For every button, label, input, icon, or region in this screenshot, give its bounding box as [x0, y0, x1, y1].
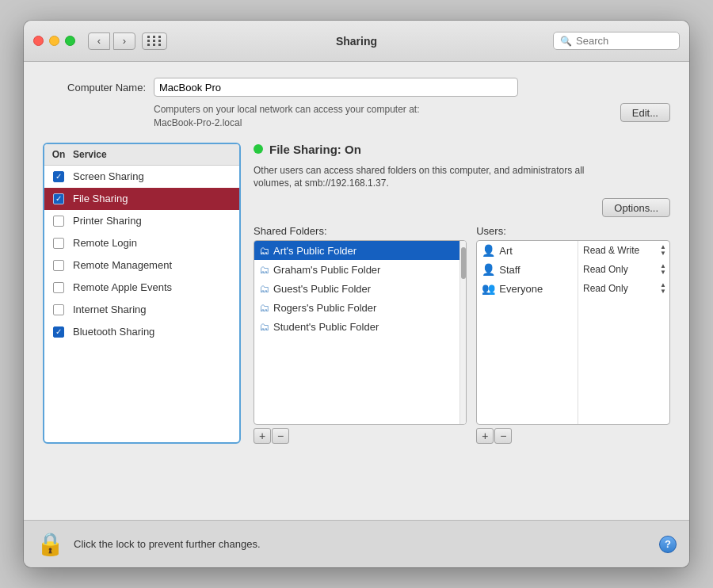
users-controls: + − — [476, 428, 670, 444]
lock-text: Click the lock to prevent further change… — [74, 538, 650, 550]
status-text: File Sharing: On — [269, 143, 361, 156]
folder-icon-graham: 🗂 — [259, 264, 269, 276]
folder-item-art[interactable]: 🗂 Art's Public Folder — [254, 241, 459, 260]
edit-button[interactable]: Edit... — [620, 103, 670, 122]
service-item-internet-sharing[interactable]: Internet Sharing — [44, 299, 239, 321]
service-name-remote-login: Remote Login — [73, 237, 239, 249]
service-name-remote-apple-events: Remote Apple Events — [73, 281, 239, 293]
perm-item-everyone[interactable]: Read Only ▲▼ — [578, 279, 669, 298]
col-service-header: Service — [73, 147, 239, 162]
checkbox-cell-file — [44, 193, 73, 204]
bluetooth-sharing-checkbox[interactable] — [53, 326, 64, 338]
bottom-bar: 🔒 Click the lock to prevent further chan… — [24, 520, 689, 567]
shared-folders-list: 🗂 Art's Public Folder 🗂 Graham's Public … — [254, 241, 459, 423]
folders-scrollbar[interactable] — [459, 241, 466, 423]
folder-item-rogers[interactable]: 🗂 Rogers's Public Folder — [254, 298, 459, 317]
users-list: 👤 Art 👤 Staff 👥 Everyone — [477, 241, 578, 423]
users-section: Users: 👤 Art 👤 Staff — [476, 225, 670, 443]
perm-text-art: Read & Write — [583, 245, 639, 256]
perm-stepper-staff[interactable]: ▲▼ — [660, 263, 666, 276]
search-box[interactable]: 🔍 — [553, 32, 680, 50]
shared-folders-section: Shared Folders: 🗂 Art's Public Folder 🗂 … — [254, 225, 467, 443]
options-row: Options... — [254, 198, 670, 217]
lock-icon[interactable]: 🔒 — [36, 531, 64, 557]
file-sharing-checkbox[interactable] — [53, 193, 64, 204]
user-icon-staff: 👤 — [482, 263, 495, 276]
perm-item-staff[interactable]: Read Only ▲▼ — [578, 260, 669, 279]
minimize-button[interactable] — [49, 36, 59, 46]
folders-users-area: Shared Folders: 🗂 Art's Public Folder 🗂 … — [254, 225, 670, 443]
grid-view-button[interactable] — [142, 32, 167, 50]
folder-name-art: Art's Public Folder — [273, 245, 356, 257]
perm-stepper-everyone[interactable]: ▲▼ — [660, 282, 666, 295]
help-button[interactable]: ? — [659, 536, 677, 553]
computer-name-label: Computer Name: — [43, 82, 146, 94]
folder-item-graham[interactable]: 🗂 Graham's Public Folder — [254, 260, 459, 279]
permissions-list: Read & Write ▲▼ Read Only ▲▼ Read Only ▲… — [578, 241, 669, 423]
service-name-file-sharing: File Sharing — [73, 193, 239, 204]
service-name-screen-sharing: Screen Sharing — [73, 170, 239, 182]
checkbox-cell-remote-login — [44, 238, 73, 249]
users-label: Users: — [476, 225, 670, 237]
printer-sharing-checkbox[interactable] — [53, 216, 64, 227]
screen-sharing-checkbox[interactable] — [53, 171, 64, 182]
maximize-button[interactable] — [65, 36, 75, 46]
service-item-remote-management[interactable]: Remote Management — [44, 254, 239, 277]
computer-name-row: Computer Name: — [43, 78, 670, 97]
checkbox-cell-printer — [44, 216, 73, 227]
status-description: Other users can access shared folders on… — [254, 164, 610, 191]
back-button[interactable]: ‹ — [88, 32, 110, 50]
folder-name-guest: Guest's Public Folder — [273, 283, 371, 295]
add-folder-button[interactable]: + — [254, 428, 271, 444]
service-item-bluetooth-sharing[interactable]: Bluetooth Sharing — [44, 321, 239, 343]
window-title: Sharing — [336, 35, 377, 48]
remote-management-checkbox[interactable] — [53, 260, 64, 271]
checkbox-cell-remote-mgmt — [44, 260, 73, 271]
remove-user-button[interactable]: − — [494, 428, 512, 444]
add-user-button[interactable]: + — [476, 428, 494, 444]
remote-apple-events-checkbox[interactable] — [53, 282, 64, 293]
remote-login-checkbox[interactable] — [53, 238, 64, 249]
right-panel: File Sharing: On Other users can access … — [254, 143, 670, 444]
user-icon-art: 👤 — [482, 244, 495, 257]
service-item-remote-apple-events[interactable]: Remote Apple Events — [44, 277, 239, 299]
folders-controls: + − — [254, 428, 467, 444]
folder-icon-guest: 🗂 — [259, 283, 269, 295]
service-name-bluetooth-sharing: Bluetooth Sharing — [73, 326, 239, 338]
traffic-lights — [33, 36, 75, 46]
service-list-header: On Service — [44, 144, 239, 166]
user-item-staff[interactable]: 👤 Staff — [477, 260, 578, 279]
service-item-printer-sharing[interactable]: Printer Sharing — [44, 210, 239, 232]
options-button[interactable]: Options... — [602, 198, 670, 217]
remove-folder-button[interactable]: − — [272, 428, 289, 444]
local-address-text: Computers on your local network can acce… — [154, 103, 471, 130]
folder-item-guest[interactable]: 🗂 Guest's Public Folder — [254, 279, 459, 298]
local-address-row: Computers on your local network can acce… — [154, 103, 670, 130]
service-item-remote-login[interactable]: Remote Login — [44, 232, 239, 254]
user-item-everyone[interactable]: 👥 Everyone — [477, 279, 578, 298]
checkbox-cell-internet — [44, 304, 73, 315]
checkbox-cell-bluetooth — [44, 326, 73, 338]
service-name-remote-management: Remote Management — [73, 259, 239, 271]
close-button[interactable] — [33, 36, 44, 46]
shared-folders-list-container: 🗂 Art's Public Folder 🗂 Graham's Public … — [254, 240, 467, 424]
perm-text-everyone: Read Only — [583, 283, 628, 294]
content-area: Computer Name: Computers on your local n… — [24, 62, 689, 520]
folder-name-student: Student's Public Folder — [273, 321, 379, 333]
service-item-file-sharing[interactable]: File Sharing — [44, 188, 239, 210]
forward-button[interactable]: › — [113, 32, 135, 50]
perm-stepper-art[interactable]: ▲▼ — [660, 244, 666, 257]
computer-name-input[interactable] — [154, 78, 518, 97]
internet-sharing-checkbox[interactable] — [53, 304, 64, 315]
service-item-screen-sharing[interactable]: Screen Sharing — [44, 166, 239, 188]
perm-item-art[interactable]: Read & Write ▲▼ — [578, 241, 669, 260]
service-list-container: On Service Screen Sharing — [43, 143, 241, 444]
col-on-header: On — [44, 147, 73, 162]
nav-buttons: ‹ › — [88, 32, 135, 50]
search-input[interactable] — [576, 35, 673, 47]
user-name-everyone: Everyone — [499, 283, 543, 295]
folder-item-student[interactable]: 🗂 Student's Public Folder — [254, 317, 459, 336]
user-item-art[interactable]: 👤 Art — [477, 241, 578, 260]
user-name-staff: Staff — [499, 264, 520, 276]
checkbox-cell-apple-events — [44, 282, 73, 293]
